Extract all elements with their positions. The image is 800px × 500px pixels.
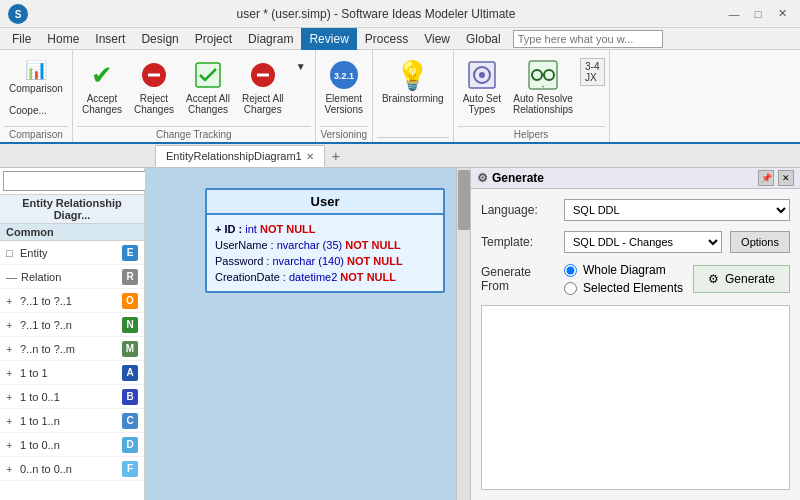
sidebar-item-entity[interactable]: □ Entity E (0, 241, 144, 265)
sidebar-item-1to1[interactable]: + 1 to 1 A (0, 361, 144, 385)
menu-process[interactable]: Process (357, 28, 416, 50)
generate-btn-icon: ⚙ (708, 272, 719, 286)
ribbon-search-container (513, 30, 663, 48)
entity-body: + ID : int NOT NULL UserName : nvarchar … (207, 215, 443, 291)
sidebar-item-0nto0n[interactable]: + 0..n to 0..n F (0, 457, 144, 481)
whole-diagram-radio[interactable]: Whole Diagram (564, 263, 683, 277)
reject-changes-icon (138, 59, 170, 91)
ribbon-brainstorming-content: 💡 Brainstorming (377, 54, 449, 135)
1to1-icon: + (6, 367, 16, 379)
entity-box[interactable]: User + ID : int NOT NULL UserName : nvar… (205, 188, 445, 293)
comparison-group-label: Comparison (4, 126, 68, 142)
sidebar-item-relation[interactable]: — Relation R (0, 265, 144, 289)
coope-button[interactable]: Coope... (4, 100, 68, 120)
menu-insert[interactable]: Insert (87, 28, 133, 50)
sidebar-item-1to1n[interactable]: + 1 to 1..n C (0, 409, 144, 433)
sidebar-item-qnqm[interactable]: + ?..n to ?..m M (0, 337, 144, 361)
menu-home[interactable]: Home (39, 28, 87, 50)
0nto0n-key: F (122, 461, 138, 477)
1to01-label: 1 to 0..1 (20, 391, 122, 403)
selected-elements-radio-input[interactable] (564, 282, 577, 295)
generate-from-label: Generate From (481, 265, 556, 293)
expand-icon: ▼ (296, 61, 306, 72)
canvas-scrollbar-vertical[interactable] (456, 168, 470, 500)
1to01-icon: + (6, 391, 16, 403)
menu-bar: File Home Insert Design Project Diagram … (0, 28, 800, 50)
add-tab-button[interactable]: + (325, 145, 347, 167)
svg-text:S: S (15, 9, 22, 20)
generate-from-options: Whole Diagram Selected Elements (564, 263, 683, 295)
q1qn-key: N (122, 317, 138, 333)
language-select[interactable]: SQL DDL MySQL PostgreSQL (564, 199, 790, 221)
entity-key: E (122, 245, 138, 261)
whole-diagram-radio-input[interactable] (564, 264, 577, 277)
minimize-button[interactable]: — (724, 5, 744, 23)
brainstorming-label: Brainstorming (382, 93, 444, 104)
1to1-label: 1 to 1 (20, 367, 122, 379)
close-button[interactable]: ✕ (772, 5, 792, 23)
panel-controls: 📌 ✕ (758, 170, 794, 186)
menu-project[interactable]: Project (187, 28, 240, 50)
comparison-button[interactable]: 📊 Comparison (4, 54, 68, 98)
panel-pin-button[interactable]: 📌 (758, 170, 774, 186)
language-label: Language: (481, 203, 556, 217)
template-select[interactable]: SQL DDL - Changes SQL DDL - Full (564, 231, 722, 253)
ribbon-comparison-content: 📊 Comparison Coope... (4, 54, 68, 124)
sidebar-item-q1q1[interactable]: + ?..1 to ?..1 O (0, 289, 144, 313)
sidebar-search-input[interactable] (3, 171, 151, 191)
entity-attr-password: Password : nvarchar (140) NOT NULL (215, 253, 435, 269)
entity-attr-id: + ID : int NOT NULL (215, 221, 435, 237)
menu-review[interactable]: Review (301, 28, 356, 50)
helper-code: 3-4JX (580, 58, 604, 86)
language-row: Language: SQL DDL MySQL PostgreSQL (481, 199, 790, 221)
selected-elements-label: Selected Elements (583, 281, 683, 295)
tab-erd1-close[interactable]: ✕ (306, 151, 314, 162)
menu-global[interactable]: Global (458, 28, 509, 50)
1to0n-key: D (122, 437, 138, 453)
change-tracking-label: Change Tracking (77, 126, 311, 142)
tab-erd1[interactable]: EntityRelationshipDiagram1 ✕ (155, 145, 325, 167)
options-button[interactable]: Options (730, 231, 790, 253)
accept-all-changes-button[interactable]: Accept AllChanges (181, 54, 235, 122)
generate-output-area (481, 305, 790, 490)
expand-versions-button[interactable]: ▼ (293, 56, 309, 76)
app-logo: S (8, 4, 28, 24)
selected-elements-radio[interactable]: Selected Elements (564, 281, 683, 295)
reject-all-charges-button[interactable]: Reject AllCharges (237, 54, 289, 122)
scroll-thumb[interactable] (458, 170, 470, 230)
main-content: 🔍 Entity Relationship Diagr... Common □ … (0, 168, 800, 500)
generate-button[interactable]: ⚙ Generate (693, 265, 790, 293)
1to0n-icon: + (6, 439, 16, 451)
ribbon-group-change-tracking: ✔ AcceptChanges RejectChanges (73, 50, 316, 142)
reject-all-charges-icon (247, 59, 279, 91)
element-versions-button[interactable]: 3.2.1 ElementVersions (320, 54, 368, 122)
brainstorming-button[interactable]: 💡 Brainstorming (377, 54, 449, 122)
sidebar-item-q1qn[interactable]: + ?..1 to ?..n N (0, 313, 144, 337)
sidebar-item-1to01[interactable]: + 1 to 0..1 B (0, 385, 144, 409)
right-panel: ⚙ Generate 📌 ✕ Language: SQL DDL MySQL P… (470, 168, 800, 500)
generate-form: Language: SQL DDL MySQL PostgreSQL Templ… (471, 189, 800, 305)
panel-close-button[interactable]: ✕ (778, 170, 794, 186)
menu-diagram[interactable]: Diagram (240, 28, 301, 50)
reject-changes-button[interactable]: RejectChanges (129, 54, 179, 122)
accept-changes-label: AcceptChanges (82, 93, 122, 115)
brainstorming-icon: 💡 (397, 59, 429, 91)
ribbon-search-input[interactable] (513, 30, 663, 48)
qnqm-key: M (122, 341, 138, 357)
menu-file[interactable]: File (4, 28, 39, 50)
ribbon-group-comparison: 📊 Comparison Coope... Comparison (0, 50, 73, 142)
auto-resolve-button[interactable]: + Auto ResolveRelationships (508, 54, 578, 122)
auto-set-types-button[interactable]: Auto SetTypes (458, 54, 506, 122)
accept-changes-button[interactable]: ✔ AcceptChanges (77, 54, 127, 122)
sidebar-common-section: Common (0, 224, 144, 241)
tabs-area: EntityRelationshipDiagram1 ✕ + (0, 144, 800, 168)
canvas-area[interactable]: User + ID : int NOT NULL UserName : nvar… (145, 168, 470, 500)
sidebar-item-1to0n[interactable]: + 1 to 0..n D (0, 433, 144, 457)
right-panel-header: ⚙ Generate 📌 ✕ (471, 168, 800, 189)
template-label: Template: (481, 235, 556, 249)
menu-design[interactable]: Design (133, 28, 186, 50)
menu-view[interactable]: View (416, 28, 458, 50)
maximize-button[interactable]: □ (748, 5, 768, 23)
comparison-icon: 📊 (22, 59, 50, 81)
svg-point-11 (479, 72, 485, 78)
